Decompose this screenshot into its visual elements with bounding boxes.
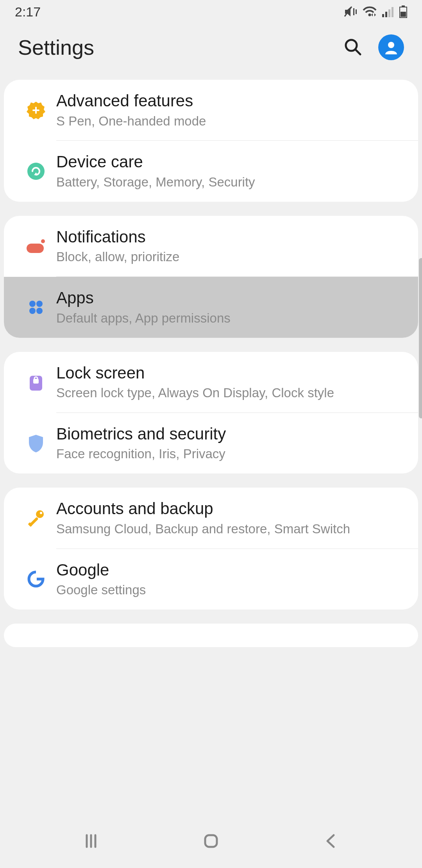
page-title: Settings [18,35,343,59]
nav-recents-button[interactable] [74,824,108,859]
settings-list: Advanced features S Pen, One-handed mode… [0,80,422,647]
refresh-circle-icon [27,162,45,180]
lock-icon [28,373,44,391]
settings-group: Accounts and backup Samsung Cloud, Backu… [4,488,418,610]
svg-marker-4 [374,13,376,16]
person-icon [383,39,399,55]
settings-group-peek [4,624,418,647]
search-icon [343,37,363,57]
row-subtitle: Screen lock type, Always On Display, Clo… [56,385,399,402]
wifi-icon [363,6,377,17]
row-biometrics[interactable]: Biometrics and security Face recognition… [4,413,418,473]
row-title: Apps [56,288,399,308]
home-icon [202,832,220,850]
settings-group: Lock screen Screen lock type, Always On … [4,352,418,474]
settings-group: Advanced features S Pen, One-handed mode… [4,80,418,202]
google-g-icon [27,570,45,588]
row-subtitle: Google settings [56,582,399,599]
settings-group: Notifications Block, allow, prioritize A… [4,216,418,338]
search-button[interactable] [343,37,363,58]
row-device-care[interactable]: Device care Battery, Storage, Memory, Se… [4,141,418,201]
svg-point-26 [36,308,43,314]
back-icon [322,832,340,850]
row-title: Accounts and backup [56,499,399,519]
row-google[interactable]: Google Google settings [4,549,418,610]
battery-icon [399,5,407,18]
status-bar: 2:17 [0,0,422,23]
row-title: Google [56,560,399,581]
status-time: 2:17 [15,4,41,20]
row-subtitle: Face recognition, Iris, Privacy [56,446,399,463]
svg-rect-7 [385,12,387,17]
row-title: Biometrics and security [56,424,399,445]
row-apps[interactable]: Apps Default apps, App permissions [4,277,418,337]
shield-icon [28,434,44,453]
notification-toggle-icon [26,238,46,254]
svg-line-14 [356,50,360,54]
row-lock-screen[interactable]: Lock screen Screen lock type, Always On … [4,352,418,412]
svg-rect-36 [205,835,217,847]
mute-icon [344,6,357,18]
key-icon [27,509,45,527]
row-subtitle: Default apps, App permissions [56,310,399,327]
row-title: Notifications [56,227,399,247]
nav-home-button[interactable] [194,824,228,859]
row-subtitle: S Pen, One-handed mode [56,113,399,130]
svg-rect-9 [392,7,393,17]
svg-rect-6 [382,14,384,17]
row-notifications[interactable]: Notifications Block, allow, prioritize [4,216,418,276]
recents-icon [82,832,100,850]
row-subtitle: Battery, Storage, Memory, Security [56,174,399,191]
header: Settings [0,23,422,80]
svg-marker-5 [371,13,373,16]
svg-point-25 [29,308,36,314]
svg-point-29 [36,510,44,518]
svg-point-15 [388,42,394,48]
svg-point-3 [368,14,371,16]
svg-rect-1 [353,8,354,15]
scroll-indicator[interactable] [419,258,422,418]
apps-grid-icon [27,299,45,316]
row-title: Lock screen [56,363,399,384]
gear-plus-icon [27,101,45,120]
svg-rect-12 [401,12,406,17]
svg-point-30 [40,512,42,514]
svg-point-20 [41,239,45,243]
svg-point-24 [36,301,43,307]
status-icons [344,5,407,18]
row-subtitle: Samsung Cloud, Backup and restore, Smart… [56,521,399,538]
account-button[interactable] [378,34,404,60]
svg-point-23 [29,301,36,307]
row-title: Advanced features [56,91,399,111]
row-title: Device care [56,152,399,172]
svg-rect-8 [388,9,390,17]
row-subtitle: Block, allow, prioritize [56,249,399,265]
svg-rect-2 [356,9,357,14]
nav-back-button[interactable] [314,824,348,859]
signal-icon [382,6,394,17]
row-accounts-backup[interactable]: Accounts and backup Samsung Cloud, Backu… [4,488,418,548]
account-avatar [378,34,404,60]
navigation-bar [0,815,422,868]
svg-point-18 [27,163,45,180]
row-advanced-features[interactable]: Advanced features S Pen, One-handed mode [4,80,418,140]
